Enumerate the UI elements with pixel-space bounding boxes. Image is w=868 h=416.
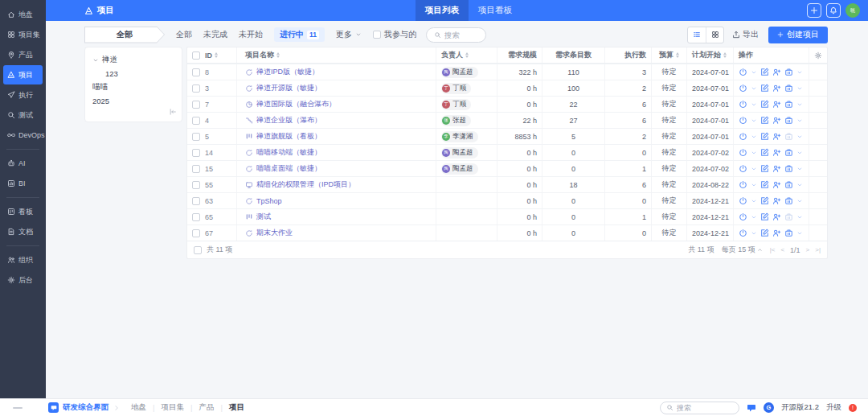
action-suspend-icon[interactable] xyxy=(784,116,793,125)
column-header-leader[interactable]: 负责人 xyxy=(436,47,497,63)
action-more-icon[interactable] xyxy=(796,150,803,156)
column-header-name[interactable]: 项目名称 xyxy=(237,47,436,63)
action-team-icon[interactable] xyxy=(772,229,781,237)
tab-project-kanban[interactable]: 项目看板 xyxy=(469,0,522,21)
tree-item[interactable]: 2025 xyxy=(92,94,174,108)
action-more-icon[interactable] xyxy=(796,182,803,188)
action-start-icon[interactable] xyxy=(739,212,747,221)
action-team-icon[interactable] xyxy=(772,196,781,205)
participate-checkbox[interactable] xyxy=(373,31,381,39)
action-edit-icon[interactable] xyxy=(760,116,769,125)
breadcrumb-item-project[interactable]: 项目 xyxy=(223,402,251,413)
action-edit-icon[interactable] xyxy=(760,229,769,237)
feedback-chat-icon[interactable] xyxy=(747,403,756,413)
sidebar-item-ai[interactable]: AI xyxy=(3,154,43,173)
action-suspend-icon[interactable] xyxy=(784,68,793,76)
project-name-link[interactable]: 喵喵桌面端（敏捷） xyxy=(256,163,321,174)
sort-icon[interactable] xyxy=(215,52,218,58)
action-edit-icon[interactable] xyxy=(760,180,769,189)
action-start-icon[interactable] xyxy=(739,180,747,189)
action-more-icon[interactable] xyxy=(796,85,803,92)
pager-per-page[interactable]: 每页 15 项 xyxy=(722,245,763,255)
action-edit-icon[interactable] xyxy=(760,196,769,205)
action-edit-icon[interactable] xyxy=(760,68,769,76)
pager-first[interactable]: |< xyxy=(770,246,776,253)
leader-chip[interactable]: 丁丁顺 xyxy=(441,99,471,110)
action-more-icon[interactable] xyxy=(796,214,803,220)
column-header-start[interactable]: 计划开始 xyxy=(687,47,734,63)
action-start-caret-icon[interactable] xyxy=(751,214,757,220)
sidebar-item-devops[interactable]: DevOps xyxy=(3,126,43,145)
statusbar-search-input[interactable] xyxy=(677,404,733,412)
action-team-icon[interactable] xyxy=(772,148,781,157)
action-start-caret-icon[interactable] xyxy=(751,101,757,108)
action-team-icon[interactable] xyxy=(772,116,781,125)
notifications-button[interactable] xyxy=(826,3,841,18)
action-edit-icon[interactable] xyxy=(760,84,769,93)
version-label[interactable]: 开源版21.2 xyxy=(781,402,819,413)
action-team-icon[interactable] xyxy=(772,68,781,76)
sidebar-item-bi[interactable]: BI xyxy=(3,174,43,193)
action-start-icon[interactable] xyxy=(739,229,747,237)
tree-item[interactable]: 喵喵 xyxy=(92,80,174,94)
row-checkbox[interactable] xyxy=(192,197,200,205)
action-team-icon[interactable] xyxy=(772,164,781,173)
action-more-icon[interactable] xyxy=(796,117,803,124)
action-suspend-icon[interactable] xyxy=(784,100,793,109)
filter-more[interactable]: 更多 xyxy=(336,29,362,40)
zentao-logo[interactable]: G xyxy=(764,402,774,413)
action-more-icon[interactable] xyxy=(796,198,803,204)
toolbar-search-input[interactable] xyxy=(444,31,478,39)
sort-icon[interactable] xyxy=(723,52,727,58)
sidebar-item-test[interactable]: 测试 xyxy=(3,105,43,125)
action-team-icon[interactable] xyxy=(772,100,781,109)
row-checkbox[interactable] xyxy=(192,229,200,237)
pager-next[interactable]: > xyxy=(806,246,810,253)
action-suspend-icon[interactable] xyxy=(784,229,793,237)
breadcrumb-item-dashboard[interactable]: 地盘 xyxy=(125,402,153,413)
project-name-link[interactable]: TpShop xyxy=(256,197,282,205)
action-edit-icon[interactable] xyxy=(760,164,769,173)
create-project-button[interactable]: 创建项目 xyxy=(768,27,828,43)
action-start-icon[interactable] xyxy=(739,196,747,205)
project-name-link[interactable]: 禅道开源版（敏捷） xyxy=(256,83,321,93)
card-view-toggle[interactable] xyxy=(706,27,723,43)
select-all-checkbox[interactable] xyxy=(192,51,200,60)
leader-chip[interactable]: 张张超 xyxy=(441,115,471,126)
user-avatar[interactable]: 晓 xyxy=(845,3,860,18)
tree-item[interactable]: 123 xyxy=(92,67,174,80)
row-checkbox[interactable] xyxy=(192,68,200,76)
action-edit-icon[interactable] xyxy=(760,212,769,221)
action-more-icon[interactable] xyxy=(796,69,803,76)
action-suspend-icon[interactable] xyxy=(784,148,793,157)
filter-all[interactable]: 全部 xyxy=(176,29,192,40)
row-checkbox[interactable] xyxy=(192,181,200,189)
sidebar-item-project-sets[interactable]: 项目集 xyxy=(3,25,43,44)
column-header-execs[interactable]: 执行数 xyxy=(605,47,652,63)
participate-filter[interactable]: 我参与的 xyxy=(373,29,416,40)
leader-chip[interactable]: 丁丁顺 xyxy=(441,83,471,94)
action-start-icon[interactable] xyxy=(739,116,747,125)
column-header-id[interactable]: ID xyxy=(187,47,237,63)
action-edit-icon[interactable] xyxy=(760,100,769,109)
project-name-link[interactable]: 禅道企业版（瀑布） xyxy=(256,115,321,126)
project-name-link[interactable]: 禅道IPD版（敏捷） xyxy=(256,67,319,77)
row-checkbox[interactable] xyxy=(192,117,200,125)
leader-chip[interactable]: 李李潇湘 xyxy=(441,131,478,142)
action-suspend-icon[interactable] xyxy=(784,212,793,221)
breadcrumb-item-product[interactable]: 产品 xyxy=(192,402,220,413)
toolbar-search[interactable] xyxy=(426,27,486,43)
sort-icon[interactable] xyxy=(465,52,469,58)
action-team-icon[interactable] xyxy=(772,84,781,93)
column-header-actions[interactable]: 操作 xyxy=(734,47,809,63)
action-start-caret-icon[interactable] xyxy=(751,230,757,237)
action-suspend-icon[interactable] xyxy=(784,84,793,93)
action-start-caret-icon[interactable] xyxy=(751,166,757,172)
action-start-caret-icon[interactable] xyxy=(751,117,757,124)
action-more-icon[interactable] xyxy=(796,166,803,172)
row-checkbox[interactable] xyxy=(192,213,200,221)
sidebar-item-kanban[interactable]: 看板 xyxy=(3,202,43,221)
action-suspend-icon[interactable] xyxy=(784,164,793,173)
sidebar-item-admin[interactable]: 后台 xyxy=(3,270,43,290)
row-checkbox[interactable] xyxy=(192,101,200,109)
